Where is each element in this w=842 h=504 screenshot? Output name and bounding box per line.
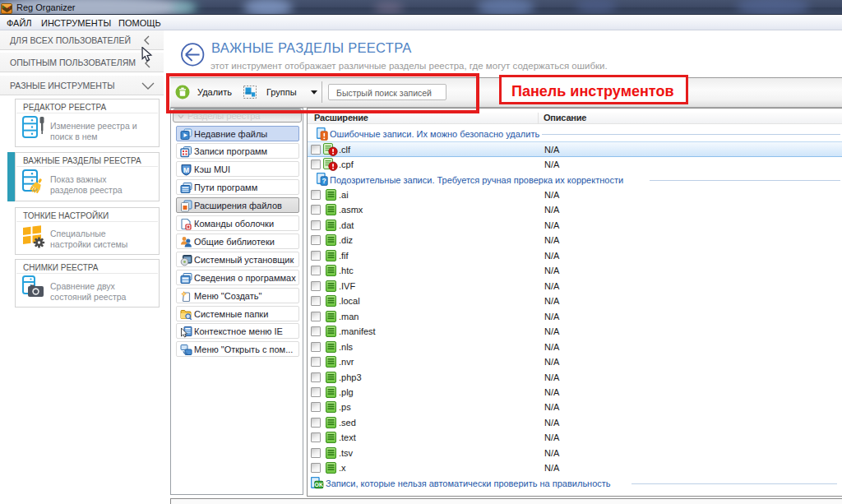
svg-text:M: M <box>183 166 189 174</box>
svg-text:?: ? <box>322 177 326 185</box>
svg-text:OK: OK <box>315 482 323 488</box>
